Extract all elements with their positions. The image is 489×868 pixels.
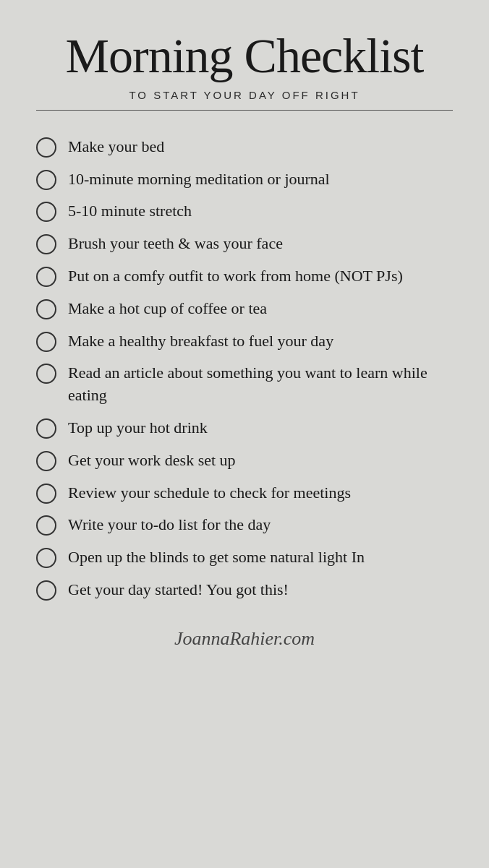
item-text: Make your bed xyxy=(68,136,164,158)
checkbox-circle[interactable] xyxy=(36,580,56,601)
list-item: Put on a comfy outfit to work from home … xyxy=(36,260,453,293)
list-item: Make a hot cup of coffee or tea xyxy=(36,293,453,325)
checkbox-circle[interactable] xyxy=(36,202,56,222)
list-item: Open up the blinds to get some natural l… xyxy=(36,541,453,574)
checkbox-circle[interactable] xyxy=(36,451,56,471)
list-item: Review your schedule to check for meetin… xyxy=(36,477,453,510)
item-text: Review your schedule to check for meetin… xyxy=(68,482,351,504)
checkbox-circle[interactable] xyxy=(36,267,56,287)
list-item: Get your day started! You got this! xyxy=(36,574,453,606)
checkbox-circle[interactable] xyxy=(36,515,56,536)
item-text: 10-minute morning meditation or journal xyxy=(68,168,330,191)
item-text: Read an article about something you want… xyxy=(68,362,453,407)
subtitle: TO START YOUR DAY OFF RIGHT xyxy=(129,89,360,101)
checkbox-circle[interactable] xyxy=(36,364,56,384)
item-text: 5-10 minute stretch xyxy=(68,200,192,223)
item-text: Get your day started! You got this! xyxy=(68,579,289,601)
checkbox-circle[interactable] xyxy=(36,418,56,439)
item-text: Write your to-do list for the day xyxy=(68,514,271,536)
checkbox-circle[interactable] xyxy=(36,299,56,319)
item-text: Brush your teeth & was your face xyxy=(68,233,283,255)
divider xyxy=(36,110,453,111)
list-item: Top up your hot drink xyxy=(36,412,453,444)
checkbox-circle[interactable] xyxy=(36,332,56,352)
item-text: Open up the blinds to get some natural l… xyxy=(68,546,365,569)
checkbox-circle[interactable] xyxy=(36,484,56,504)
checkbox-circle[interactable] xyxy=(36,234,56,254)
checkbox-circle[interactable] xyxy=(36,137,56,158)
checklist: Make your bed10-minute morning meditatio… xyxy=(36,131,453,606)
list-item: Get your work desk set up xyxy=(36,444,453,477)
list-item: 10-minute morning meditation or journal xyxy=(36,163,453,196)
list-item: Make a healthy breakfast to fuel your da… xyxy=(36,325,453,358)
item-text: Put on a comfy outfit to work from home … xyxy=(68,265,403,288)
item-text: Make a healthy breakfast to fuel your da… xyxy=(68,330,333,353)
signature: JoannaRahier.com xyxy=(174,628,315,650)
list-item: 5-10 minute stretch xyxy=(36,195,453,228)
item-text: Make a hot cup of coffee or tea xyxy=(68,298,267,320)
list-item: Read an article about something you want… xyxy=(36,357,453,412)
list-item: Brush your teeth & was your face xyxy=(36,228,453,260)
list-item: Make your bed xyxy=(36,131,453,163)
list-item: Write your to-do list for the day xyxy=(36,509,453,541)
page-title: Morning Checklist xyxy=(66,29,424,83)
item-text: Top up your hot drink xyxy=(68,417,208,439)
checkbox-circle[interactable] xyxy=(36,170,56,190)
checkbox-circle[interactable] xyxy=(36,548,56,568)
item-text: Get your work desk set up xyxy=(68,450,236,472)
